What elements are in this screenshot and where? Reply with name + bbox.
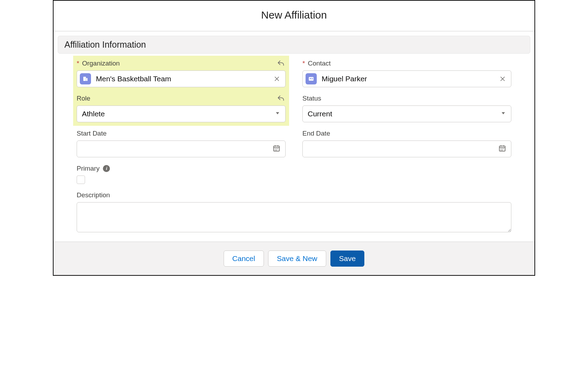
contact-field: * Contact Miguel Parker	[302, 56, 511, 91]
end-date-label: End Date	[302, 130, 330, 137]
start-date-input-wrap[interactable]	[77, 141, 286, 157]
svg-rect-7	[312, 79, 313, 79]
section-header: Affiliation Information	[58, 36, 530, 54]
required-asterisk: *	[77, 60, 79, 67]
contact-lookup[interactable]: Miguel Parker	[302, 70, 511, 87]
role-select[interactable]: Athlete	[77, 105, 286, 122]
svg-point-23	[500, 149, 501, 149]
save-button[interactable]: Save	[330, 251, 365, 267]
contact-icon	[306, 73, 317, 84]
svg-point-16	[278, 149, 278, 149]
end-date-field: End Date	[302, 126, 511, 161]
description-field: Description	[77, 187, 511, 237]
organization-value: Men's Basketball Team	[91, 75, 271, 83]
status-value: Current	[308, 110, 500, 118]
organization-lookup[interactable]: Men's Basketball Team	[77, 70, 286, 87]
close-icon[interactable]	[271, 73, 282, 84]
modal-header: New Affiliation	[54, 1, 534, 32]
undo-icon[interactable]	[276, 94, 286, 103]
primary-field: Primary i	[77, 161, 286, 187]
field-label-row: Role	[77, 94, 286, 103]
save-and-new-button[interactable]: Save & New	[268, 251, 326, 267]
calendar-icon[interactable]	[273, 144, 280, 153]
undo-icon[interactable]	[276, 59, 286, 68]
svg-point-27	[502, 150, 503, 150]
role-field: Role Athlete	[73, 91, 289, 126]
chevron-down-icon	[500, 110, 506, 117]
cancel-button[interactable]: Cancel	[224, 251, 264, 267]
svg-point-24	[502, 149, 503, 149]
info-icon[interactable]: i	[103, 165, 110, 172]
field-label-row: Start Date	[77, 129, 286, 138]
field-label-row: Status	[302, 94, 511, 103]
svg-point-15	[276, 149, 277, 149]
svg-rect-1	[86, 78, 88, 81]
svg-point-5	[310, 78, 311, 79]
calendar-icon[interactable]	[498, 144, 506, 153]
role-label: Role	[77, 95, 90, 102]
svg-rect-6	[312, 78, 313, 78]
contact-value: Miguel Parker	[317, 75, 497, 83]
modal-footer: Cancel Save & New Save	[54, 241, 534, 275]
field-label-row: Primary i	[77, 164, 286, 173]
svg-point-18	[276, 150, 277, 150]
svg-point-17	[275, 150, 275, 150]
close-icon[interactable]	[497, 73, 508, 84]
field-label-row: Description	[77, 190, 511, 200]
field-label-row: End Date	[302, 129, 511, 138]
organization-field: * Organization Men's Basketball Team	[73, 56, 289, 91]
description-textarea[interactable]	[77, 202, 511, 232]
start-date-input[interactable]	[82, 145, 273, 153]
svg-point-26	[500, 150, 501, 150]
spacer	[302, 161, 511, 187]
section-title: Affiliation Information	[64, 40, 524, 50]
required-asterisk: *	[302, 60, 305, 67]
status-select[interactable]: Current	[302, 105, 511, 122]
status-label: Status	[302, 95, 321, 102]
description-label: Description	[77, 191, 110, 199]
end-date-input-wrap[interactable]	[302, 141, 511, 157]
contact-label: * Contact	[302, 60, 331, 67]
start-date-label: Start Date	[77, 130, 107, 137]
new-affiliation-modal: New Affiliation Affiliation Information …	[53, 0, 535, 276]
svg-point-14	[275, 149, 275, 149]
chevron-down-icon	[275, 110, 280, 117]
primary-checkbox[interactable]	[77, 176, 85, 184]
field-label-row: * Contact	[302, 59, 511, 68]
field-label-row: * Organization	[77, 59, 286, 68]
end-date-input[interactable]	[308, 145, 498, 153]
svg-point-25	[503, 149, 504, 149]
svg-rect-0	[83, 77, 86, 81]
start-date-field: Start Date	[77, 126, 286, 161]
status-field: Status Current	[302, 91, 511, 126]
form-grid: * Organization Men's Basketball Team	[58, 56, 530, 237]
modal-body: Affiliation Information * Organization	[54, 32, 534, 241]
modal-title: New Affiliation	[54, 9, 534, 21]
account-icon	[80, 73, 91, 84]
primary-label: Primary	[77, 165, 99, 172]
organization-label: * Organization	[77, 60, 120, 67]
role-value: Athlete	[82, 110, 275, 118]
